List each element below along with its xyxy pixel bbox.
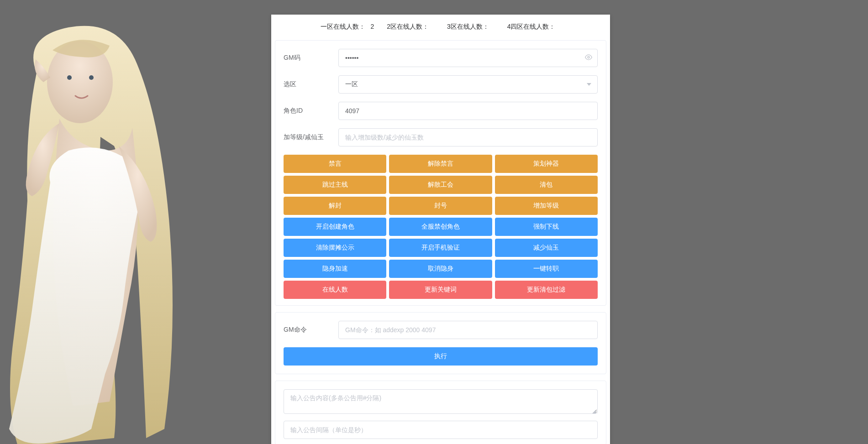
zone-select-label: 选区 (284, 80, 338, 89)
online-count-button[interactable]: 在线人数 (284, 281, 386, 299)
notice-card (275, 381, 606, 444)
ban-button[interactable]: 封号 (389, 197, 492, 215)
zone-select[interactable] (338, 75, 598, 94)
clear-stall-notice-button[interactable]: 清除摆摊公示 (284, 239, 386, 257)
cancel-stealth-button[interactable]: 取消隐身 (389, 260, 492, 278)
zone3-stats: 3区在线人数： (444, 23, 497, 30)
character-image (0, 9, 192, 444)
zone1-stats: 一区在线人数：2 (318, 23, 377, 30)
dissolve-guild-button[interactable]: 解散工会 (389, 176, 492, 194)
reduce-jade-button[interactable]: 减少仙玉 (495, 239, 598, 257)
gm-code-label: GM码 (284, 54, 338, 62)
one-key-class-change-button[interactable]: 一键转职 (495, 260, 598, 278)
notice-content-textarea[interactable] (284, 389, 598, 414)
gm-cmd-label: GM命令 (284, 326, 338, 334)
unmute-button[interactable]: 解除禁言 (389, 155, 492, 173)
force-offline-button[interactable]: 强制下线 (495, 218, 598, 236)
role-id-label: 角色ID (284, 107, 338, 115)
level-jade-input[interactable] (338, 128, 598, 146)
unban-button[interactable]: 解封 (284, 197, 386, 215)
update-keywords-button[interactable]: 更新关键词 (389, 281, 492, 299)
skip-mainline-button[interactable]: 跳过主线 (284, 176, 386, 194)
gm-form-card: GM码 选区 角色ID 加等级/减仙玉 (275, 40, 606, 306)
gm-command-card: GM命令 执行 (275, 312, 606, 374)
mute-button[interactable]: 禁言 (284, 155, 386, 173)
online-stats-bar: 一区在线人数：2 2区在线人数： 3区在线人数： 4四区在线人数： (271, 15, 610, 40)
notice-interval-input[interactable] (284, 421, 598, 439)
svg-point-3 (588, 57, 589, 58)
clear-bag-button[interactable]: 清包 (495, 176, 598, 194)
role-id-input[interactable] (338, 102, 598, 120)
zone2-stats: 2区在线人数： (384, 23, 437, 30)
enable-phone-verify-button[interactable]: 开启手机验证 (389, 239, 492, 257)
update-clearbag-filter-button[interactable]: 更新清包过滤 (495, 281, 598, 299)
gm-artifact-button[interactable]: 策划神器 (495, 155, 598, 173)
eye-icon[interactable] (585, 54, 592, 63)
execute-button[interactable]: 执行 (284, 347, 598, 366)
gm-cmd-input[interactable] (338, 321, 598, 339)
level-jade-label: 加等级/减仙玉 (284, 133, 338, 141)
svg-point-2 (89, 75, 94, 80)
stealth-speed-button[interactable]: 隐身加速 (284, 260, 386, 278)
disable-create-role-all-button[interactable]: 全服禁创角色 (389, 218, 492, 236)
add-level-button[interactable]: 增加等级 (495, 197, 598, 215)
enable-create-role-button[interactable]: 开启创建角色 (284, 218, 386, 236)
gm-panel: 一区在线人数：2 2区在线人数： 3区在线人数： 4四区在线人数： GM码 选区… (271, 15, 610, 444)
gm-code-input[interactable] (338, 49, 598, 67)
zone4-stats: 4四区在线人数： (505, 23, 564, 30)
svg-point-1 (67, 75, 72, 80)
